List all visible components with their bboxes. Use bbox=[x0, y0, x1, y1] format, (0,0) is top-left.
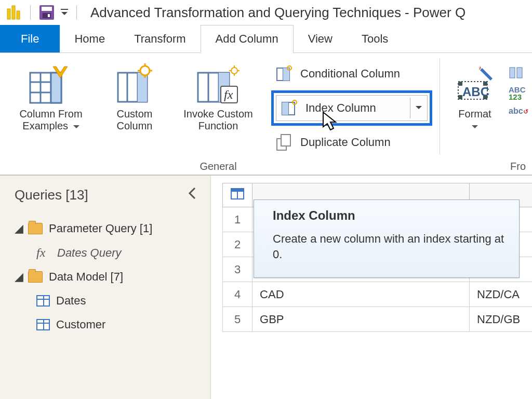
table-icon bbox=[36, 319, 50, 330]
tab-add-column-label: Add Column bbox=[216, 32, 278, 46]
qat-customize-button[interactable] bbox=[60, 4, 69, 21]
svg-rect-6 bbox=[48, 14, 50, 17]
table-cell-pair[interactable]: NZD/CA bbox=[470, 282, 532, 307]
svg-point-18 bbox=[140, 66, 150, 75]
table-cell-code[interactable]: CAD bbox=[252, 282, 470, 307]
custom-column-icon bbox=[114, 60, 155, 108]
group-label-general: General bbox=[4, 158, 432, 172]
abc123-icon: ABC123 bbox=[509, 86, 526, 101]
qat-save-button[interactable] bbox=[38, 4, 56, 21]
tab-add-column[interactable]: Add Column bbox=[201, 25, 294, 53]
table-cell-code[interactable]: GBP bbox=[252, 307, 470, 332]
table-row[interactable]: 4 CAD NZD/CA bbox=[223, 282, 533, 307]
abcsigma-icon: abc↺ bbox=[509, 107, 528, 116]
extract-button[interactable]: ABC123 bbox=[509, 86, 528, 101]
svg-rect-45 bbox=[458, 82, 462, 86]
tooltip-title: Index Column bbox=[273, 208, 507, 223]
parse-button[interactable]: abc↺ bbox=[509, 107, 528, 116]
query-group-data-model[interactable]: ◢ Data Model [7] bbox=[0, 265, 210, 289]
dropdown-caret-icon bbox=[472, 120, 478, 131]
folder-icon bbox=[28, 223, 43, 234]
custom-column-label-2: Column bbox=[117, 120, 153, 131]
svg-rect-0 bbox=[7, 9, 10, 19]
svg-text:fx: fx bbox=[224, 88, 233, 101]
svg-text:ABC: ABC bbox=[462, 85, 489, 99]
svg-rect-51 bbox=[517, 68, 522, 78]
conditional-column-label: Conditional Column bbox=[300, 67, 400, 81]
duplicate-column-label: Duplicate Column bbox=[300, 136, 391, 149]
tab-file-label: File bbox=[21, 32, 39, 46]
table-icon bbox=[230, 188, 245, 203]
column-from-examples-button[interactable]: Column From Examples bbox=[4, 57, 98, 133]
table-corner-button[interactable] bbox=[223, 183, 252, 207]
app-logo-icon bbox=[4, 4, 23, 21]
group-label-from: Fro bbox=[447, 158, 528, 172]
column-from-examples-icon bbox=[28, 60, 74, 108]
svg-rect-7 bbox=[61, 9, 68, 10]
queries-header: Queries [13] bbox=[15, 187, 88, 203]
invoke-custom-function-icon: fx bbox=[195, 60, 242, 108]
index-column-dropdown[interactable] bbox=[410, 98, 427, 118]
query-item-dates[interactable]: Dates bbox=[0, 289, 210, 313]
tab-tools-label: Tools bbox=[362, 32, 388, 46]
tab-view-label: View bbox=[308, 32, 332, 46]
svg-rect-4 bbox=[42, 7, 52, 11]
svg-rect-40 bbox=[282, 102, 288, 115]
format-button[interactable]: ABC Format bbox=[447, 57, 502, 133]
conditional-column-button[interactable]: Conditional Column bbox=[271, 60, 432, 87]
titlebar-separator-2 bbox=[76, 5, 77, 20]
svg-point-29 bbox=[231, 68, 237, 74]
tab-transform[interactable]: Transform bbox=[119, 25, 200, 52]
svg-rect-50 bbox=[510, 68, 515, 78]
column-from-examples-label-2: Examples bbox=[22, 120, 68, 131]
svg-rect-2 bbox=[17, 11, 20, 19]
custom-column-button[interactable]: Custom Column bbox=[101, 57, 168, 133]
titlebar-separator bbox=[30, 5, 31, 20]
window-title: Advanced Transformation and Querying Tec… bbox=[90, 5, 466, 21]
function-icon: fx bbox=[36, 246, 51, 260]
query-item-dates-query-label: Dates Query bbox=[57, 246, 122, 260]
tooltip-body: Create a new column with an index starti… bbox=[273, 231, 507, 262]
duplicate-column-icon bbox=[274, 132, 295, 153]
format-label: Format bbox=[458, 108, 491, 119]
svg-rect-1 bbox=[12, 6, 15, 19]
index-column-icon bbox=[280, 98, 300, 118]
ribbon-group-separator bbox=[440, 58, 440, 155]
tab-tools[interactable]: Tools bbox=[347, 25, 403, 52]
svg-rect-47 bbox=[458, 95, 462, 99]
table-rownum: 5 bbox=[223, 307, 252, 332]
table-row[interactable]: 5 GBP NZD/GB bbox=[223, 307, 533, 332]
custom-column-label-1: Custom bbox=[117, 108, 153, 119]
column-from-examples-label-1: Column From bbox=[19, 108, 82, 119]
merge-icon bbox=[509, 66, 524, 81]
invoke-custom-function-button[interactable]: fx Invoke Custom Function bbox=[171, 57, 265, 133]
query-item-customer-label: Customer bbox=[56, 318, 105, 331]
query-item-dates-label: Dates bbox=[56, 294, 86, 308]
cursor-icon bbox=[322, 111, 339, 134]
queries-collapse-button[interactable] bbox=[188, 186, 198, 204]
dropdown-caret-icon bbox=[73, 120, 79, 132]
tab-transform-label: Transform bbox=[134, 32, 185, 46]
query-group-data-model-label: Data Model [7] bbox=[49, 270, 123, 284]
table-rownum: 2 bbox=[223, 232, 252, 257]
duplicate-column-button[interactable]: Duplicate Column bbox=[271, 129, 432, 156]
tab-home-label: Home bbox=[74, 32, 105, 46]
conditional-column-icon bbox=[274, 63, 295, 84]
table-rownum: 3 bbox=[223, 257, 252, 282]
merge-columns-button[interactable] bbox=[509, 66, 528, 81]
folder-icon bbox=[28, 271, 43, 283]
tab-file[interactable]: File bbox=[0, 25, 60, 52]
query-item-dates-query[interactable]: fx Dates Query bbox=[0, 241, 210, 265]
query-item-customer[interactable]: Customer bbox=[0, 313, 210, 337]
table-cell-pair[interactable]: NZD/GB bbox=[470, 307, 532, 332]
tab-view[interactable]: View bbox=[294, 25, 347, 52]
format-icon: ABC bbox=[454, 60, 496, 108]
svg-rect-43 bbox=[281, 135, 290, 146]
table-rownum: 1 bbox=[223, 207, 252, 232]
tab-home[interactable]: Home bbox=[60, 25, 119, 52]
table-icon bbox=[36, 295, 50, 307]
index-column-button[interactable]: Index Column bbox=[276, 95, 428, 121]
highlight-index-column: Index Column bbox=[271, 90, 432, 126]
query-group-parameter[interactable]: ◢ Parameter Query [1] bbox=[0, 217, 210, 241]
index-column-label: Index Column bbox=[305, 101, 405, 115]
